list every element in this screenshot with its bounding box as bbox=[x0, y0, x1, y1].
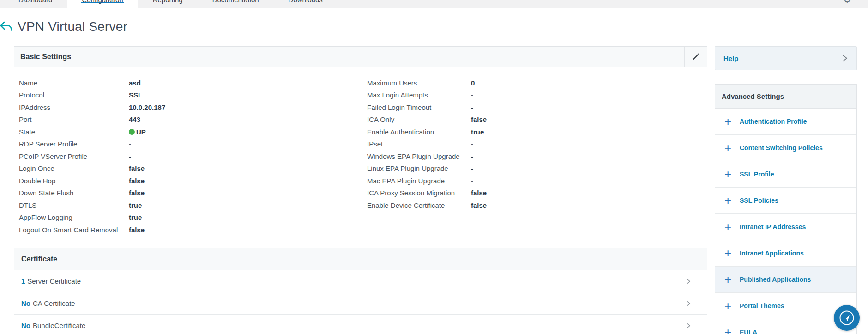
field-label: Enable Device Certificate bbox=[367, 201, 471, 209]
certificate-title: Certificate bbox=[21, 255, 57, 263]
field-label: ICA Only bbox=[367, 115, 471, 123]
field-label: AppFlow Logging bbox=[19, 213, 129, 221]
field-value: false bbox=[471, 189, 487, 197]
field-value-text: true bbox=[471, 128, 484, 136]
basic-settings-header: Basic Settings bbox=[14, 47, 707, 67]
field-row: Mac EPA Plugin Upgrade - bbox=[361, 175, 707, 187]
tab[interactable]: Dashboard bbox=[4, 0, 67, 8]
field-row: ICA Proxy Session Migration false bbox=[361, 187, 707, 200]
field-label: Linux EPA Plugin Upgrade bbox=[367, 164, 471, 172]
plus-icon: + bbox=[724, 196, 736, 205]
field-value-text: true bbox=[129, 213, 142, 221]
field-row: ICA Only false bbox=[361, 114, 707, 126]
field-value: true bbox=[129, 213, 142, 221]
advanced-settings-item[interactable]: + Content Switching Policies bbox=[715, 135, 856, 161]
chevron-right-icon bbox=[685, 322, 691, 329]
field-row: IPAddress 10.0.20.187 bbox=[14, 101, 361, 114]
help-card[interactable]: Help bbox=[715, 46, 857, 70]
tab-label: Reporting bbox=[153, 0, 183, 4]
field-value: false bbox=[129, 164, 145, 172]
advanced-settings-item[interactable]: + Authentication Profile bbox=[715, 109, 856, 135]
advanced-settings-item[interactable]: + Intranet IP Addresses bbox=[715, 214, 856, 240]
certificate-panel: Certificate 1 Server Certificate No CA C… bbox=[14, 248, 707, 334]
gear-icon[interactable]: ⚙ bbox=[843, 0, 851, 8]
field-value-text: - bbox=[471, 177, 473, 185]
status-up-dot bbox=[129, 129, 135, 135]
basic-settings-fields: Name asd Protocol SSL IPAddress 10.0.20.… bbox=[14, 68, 707, 239]
advanced-settings-panel: Advanced Settings + Authentication Profi… bbox=[715, 84, 857, 334]
advanced-settings-item[interactable]: + SSL Policies bbox=[715, 188, 856, 214]
field-label: Login Once bbox=[19, 164, 129, 172]
plus-icon: + bbox=[724, 301, 736, 310]
field-label: Max Login Attempts bbox=[367, 91, 471, 99]
field-value: - bbox=[471, 164, 473, 172]
field-value: false bbox=[129, 226, 145, 234]
certificate-row[interactable]: No CA Certificate bbox=[14, 292, 707, 315]
field-value-text: false bbox=[129, 164, 145, 172]
plus-icon: + bbox=[724, 143, 736, 152]
field-row: AppFlow Logging true bbox=[14, 212, 361, 224]
edit-button[interactable] bbox=[684, 47, 707, 67]
tab-label: Documentation bbox=[212, 0, 259, 4]
advanced-settings-item[interactable]: + Intranet Applications bbox=[715, 240, 856, 267]
back-arrow-icon[interactable] bbox=[0, 20, 13, 34]
field-value-text: 10.0.20.187 bbox=[129, 103, 165, 111]
certificate-count: No bbox=[21, 322, 30, 329]
field-row: Enable Authentication true bbox=[361, 126, 707, 138]
quick-nav-fab[interactable] bbox=[834, 305, 860, 331]
field-value: 443 bbox=[129, 115, 140, 123]
field-label: Port bbox=[19, 115, 129, 123]
field-value: - bbox=[129, 152, 131, 160]
field-row: State UP bbox=[14, 126, 361, 138]
plus-icon: + bbox=[724, 222, 736, 231]
field-row: Port 443 bbox=[14, 114, 361, 126]
tab[interactable]: Downloads bbox=[274, 0, 338, 8]
field-value-text: - bbox=[471, 140, 473, 148]
field-value: SSL bbox=[129, 91, 142, 99]
field-label: Name bbox=[19, 79, 129, 87]
advanced-settings-item-label: Intranet Applications bbox=[740, 249, 804, 257]
field-value-text: - bbox=[129, 152, 131, 160]
chevron-right-icon bbox=[685, 300, 691, 307]
advanced-settings-item-label: Portal Themes bbox=[740, 302, 784, 310]
field-row: Linux EPA Plugin Upgrade - bbox=[361, 163, 707, 175]
field-value-text: - bbox=[471, 103, 473, 111]
field-value: true bbox=[471, 128, 484, 136]
field-row: Logout On Smart Card Removal false bbox=[14, 224, 361, 236]
paper-plane-icon bbox=[838, 309, 856, 327]
advanced-settings-item[interactable]: + Published Applications bbox=[715, 267, 856, 293]
advanced-settings-header: Advanced Settings bbox=[715, 85, 856, 109]
field-label: Maximum Users bbox=[367, 79, 471, 87]
advanced-settings-item-label: Authentication Profile bbox=[740, 118, 807, 125]
advanced-settings-item-label: Content Switching Policies bbox=[740, 144, 823, 152]
certificate-row[interactable]: 1 Server Certificate bbox=[14, 270, 707, 292]
field-value: - bbox=[471, 103, 473, 111]
field-value-text: - bbox=[471, 164, 473, 172]
field-value: 10.0.20.187 bbox=[129, 103, 165, 111]
field-value-text: 443 bbox=[129, 115, 140, 123]
field-value-text: false bbox=[129, 177, 145, 185]
advanced-settings-item-label: Intranet IP Addresses bbox=[740, 223, 806, 231]
field-row: Failed Login Timeout - bbox=[361, 101, 707, 114]
fields-left-column: Name asd Protocol SSL IPAddress 10.0.20.… bbox=[14, 68, 361, 239]
plus-icon: + bbox=[724, 117, 736, 126]
advanced-settings-item[interactable]: + SSL Profile bbox=[715, 161, 856, 188]
tab[interactable]: Documentation bbox=[198, 0, 274, 8]
certificate-header: Certificate bbox=[14, 248, 707, 270]
field-label: Logout On Smart Card Removal bbox=[19, 226, 129, 234]
field-value: true bbox=[129, 201, 142, 209]
field-value: false bbox=[471, 201, 487, 209]
tab[interactable]: Reporting bbox=[138, 0, 198, 8]
help-label: Help bbox=[723, 55, 739, 62]
advanced-settings-item-label: EULA bbox=[740, 328, 757, 334]
plus-icon: + bbox=[724, 275, 736, 284]
page-title-row: VPN Virtual Server bbox=[0, 19, 127, 34]
field-label: Enable Authentication bbox=[367, 128, 471, 136]
tab[interactable]: Configuration bbox=[67, 0, 138, 8]
pencil-icon bbox=[691, 52, 700, 61]
plus-icon: + bbox=[724, 170, 736, 179]
field-value: - bbox=[471, 140, 473, 148]
field-label: IPset bbox=[367, 140, 471, 148]
certificate-row[interactable]: No BundleCertificate bbox=[14, 315, 707, 334]
field-label: State bbox=[19, 128, 129, 136]
